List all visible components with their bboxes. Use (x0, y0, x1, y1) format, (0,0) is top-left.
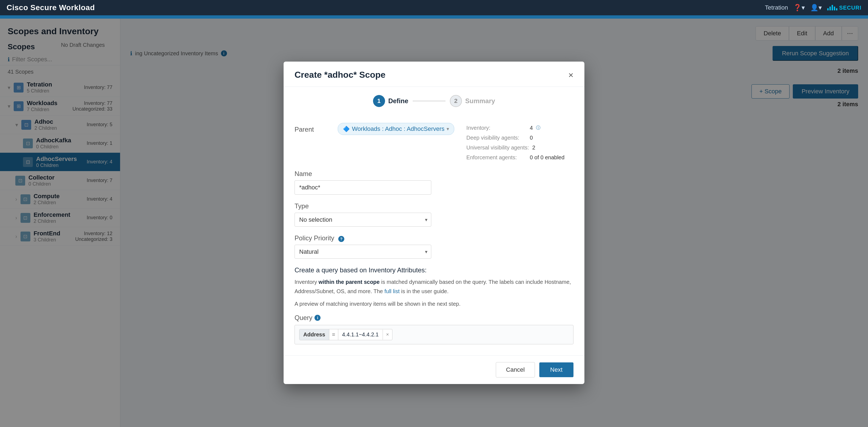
query-remove-button[interactable]: × (382, 330, 393, 340)
info-icon: ⓘ (536, 124, 540, 132)
stat-value: 4 (530, 123, 533, 133)
step-line (413, 101, 445, 101)
stat-label: Deep visibility agents: (466, 133, 526, 143)
query-tag: Address = 4.4.1.1~4.4.2.1 × (299, 329, 393, 340)
close-modal-button[interactable]: × (568, 70, 574, 79)
step-2-label: Summary (465, 97, 495, 105)
name-input[interactable] (294, 180, 431, 195)
parent-stats: Inventory: 4 ⓘ Deep visibility agents: 0… (466, 123, 564, 162)
stat-label: Enforcement agents: (466, 152, 526, 162)
step-2-circle: 2 (450, 95, 462, 107)
name-section: Name (294, 170, 574, 195)
query-key: Address (300, 329, 329, 340)
parent-section: Parent 🔷 Workloads : Adhoc : AdhocServer… (294, 123, 574, 162)
stepper: 1 Define 2 Summary (284, 87, 584, 115)
type-section: Type No selection ▾ (294, 202, 574, 227)
stat-value: 2 (532, 143, 535, 152)
modal-footer: Cancel Next (284, 355, 584, 384)
desc-text: Inventory within the parent scope is mat… (294, 277, 574, 296)
query-section: Query i Address = 4.4.1.1~4.4.2.1 × (294, 314, 574, 344)
stat-row-inventory: Inventory: 4 ⓘ (466, 123, 564, 133)
step-1-label: Define (388, 97, 408, 105)
query-label: Query (294, 314, 312, 322)
stat-label: Universal visibility agents: (466, 143, 529, 152)
desc-bold: within the parent scope (319, 279, 379, 285)
stat-label: Inventory: (466, 123, 526, 133)
parent-scope-icon: 🔷 (343, 125, 350, 132)
type-select-wrap: No selection ▾ (294, 213, 431, 227)
stat-value: 0 (530, 133, 533, 143)
main-area: Scopes and Inventory Scopes No Draft Cha… (0, 19, 868, 427)
query-box[interactable]: Address = 4.4.1.1~4.4.2.1 × (294, 325, 574, 344)
full-list-link[interactable]: full list (384, 288, 400, 294)
type-select[interactable]: No selection (294, 213, 431, 227)
top-nav: Cisco Secure Workload Tetration ❓▾ 👤▾ SE… (0, 0, 868, 15)
policy-section: Policy Priority ? Natural ▾ (294, 234, 574, 259)
stat-value: 0 of 0 enabled (530, 152, 564, 162)
step-2: 2 Summary (450, 95, 495, 107)
parent-badge[interactable]: 🔷 Workloads : Adhoc : AdhocServers ▾ (338, 123, 454, 135)
user-icon[interactable]: 👤▾ (810, 4, 822, 11)
step-1: 1 Define (373, 95, 408, 107)
query-info-icon: i (314, 315, 320, 321)
cisco-text: SECURI (839, 5, 862, 11)
modal-overlay: Create *adhoc* Scope × 1 Define 2 Summar… (0, 19, 868, 427)
query-op: = (329, 329, 338, 340)
app-title: Cisco Secure Workload (6, 3, 95, 12)
help-icon[interactable]: ❓▾ (793, 4, 805, 11)
blue-strip (0, 15, 868, 19)
cancel-button[interactable]: Cancel (496, 362, 535, 377)
create-scope-modal: Create *adhoc* Scope × 1 Define 2 Summar… (284, 62, 584, 384)
modal-body: Parent 🔷 Workloads : Adhoc : AdhocServer… (284, 115, 584, 355)
cisco-logo: SECURI (827, 5, 862, 11)
parent-value: Workloads : Adhoc : AdhocServers (352, 125, 444, 133)
desc-text-2: A preview of matching inventory items wi… (294, 299, 574, 309)
stat-row-deep: Deep visibility agents: 0 (466, 133, 564, 143)
next-button[interactable]: Next (539, 362, 574, 377)
policy-info-icon: ? (338, 236, 344, 242)
desc-title: Create a query based on Inventory Attrib… (294, 266, 574, 274)
cisco-bars (827, 5, 837, 10)
step-1-circle: 1 (373, 95, 385, 107)
policy-select[interactable]: Natural (294, 245, 431, 259)
stat-row-universal: Universal visibility agents: 2 (466, 143, 564, 152)
type-label: Type (294, 202, 574, 210)
tetration-label[interactable]: Tetration (765, 4, 788, 11)
stat-row-enforcement: Enforcement agents: 0 of 0 enabled (466, 152, 564, 162)
parent-chevron-icon: ▾ (446, 126, 449, 132)
modal-header: Create *adhoc* Scope × (284, 62, 584, 87)
query-header: Query i (294, 314, 574, 322)
policy-select-wrap: Natural ▾ (294, 245, 431, 259)
policy-label: Policy Priority ? (294, 234, 574, 242)
query-val: 4.4.1.1~4.4.2.1 (338, 329, 382, 340)
name-label: Name (294, 170, 574, 178)
parent-label: Parent (294, 123, 330, 133)
nav-right: Tetration ❓▾ 👤▾ SECURI (765, 4, 862, 11)
modal-title: Create *adhoc* Scope (294, 70, 385, 80)
desc-section: Create a query based on Inventory Attrib… (294, 266, 574, 309)
